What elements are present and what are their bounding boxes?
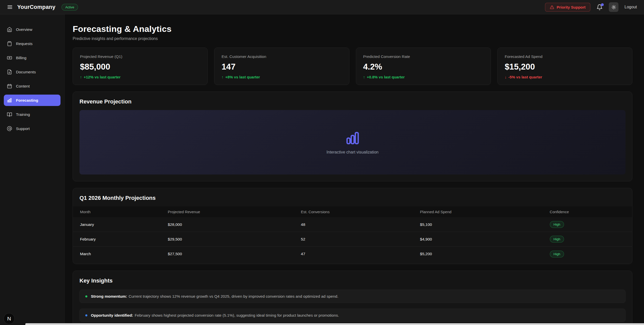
cell-month: February	[73, 237, 161, 242]
dev-tools-badge[interactable]: N	[4, 313, 15, 324]
cell-projected-revenue: $27,500	[161, 252, 294, 256]
bar-chart-large-icon	[345, 130, 360, 146]
home-icon	[7, 27, 12, 32]
stat-label: Predicted Conversion Rate	[363, 54, 484, 59]
bar-chart-icon	[7, 98, 12, 103]
cell-planned-ad-spend: $5,200	[413, 252, 542, 256]
priority-support-label: Priority Support	[557, 5, 586, 9]
horizontal-scrollbar[interactable]	[25, 323, 644, 325]
sidebar-item-training[interactable]: Training	[4, 109, 61, 120]
sidebar-item-label: Billing	[16, 56, 26, 60]
clipboard-icon	[7, 41, 12, 46]
file-text-icon	[7, 69, 12, 75]
arrow-up-icon: ↑	[222, 75, 224, 79]
sidebar-item-billing[interactable]: Billing	[4, 52, 61, 63]
notification-dot	[601, 3, 604, 6]
column-header-planned-ad-spend: Planned Ad Spend	[413, 210, 542, 214]
cell-est-conversions: 48	[294, 222, 413, 227]
sidebar-item-label: Requests	[16, 41, 32, 46]
stat-value: $85,000	[80, 62, 200, 72]
main-content: Forecasting & Analytics Predictive insig…	[65, 14, 644, 325]
table-header-row: Month Projected Revenue Est. Conversions…	[73, 206, 632, 217]
stat-value: 147	[222, 62, 342, 72]
sidebar-item-documents[interactable]: Documents	[4, 66, 61, 78]
arrow-up-icon: ↑	[363, 75, 365, 79]
page-subtitle: Predictive insights and performance proj…	[73, 36, 632, 41]
app-header: YourCompany Active Priority Support Logo…	[0, 0, 644, 14]
sidebar-item-label: Forecasting	[16, 98, 38, 103]
confidence-badge: High	[550, 236, 564, 243]
column-header-est-conversions: Est. Conversions	[294, 210, 413, 214]
green-dot-icon	[85, 295, 87, 297]
column-header-projected-revenue: Projected Revenue	[161, 210, 294, 214]
notifications-button[interactable]	[596, 4, 603, 10]
cell-month: March	[73, 252, 161, 256]
insight-text: Current trajectory shows 12% revenue gro…	[129, 294, 338, 298]
chart-placeholder: Interactive chart visualization	[79, 110, 626, 175]
cell-projected-revenue: $28,000	[161, 222, 294, 227]
cell-planned-ad-spend: $5,100	[413, 222, 542, 227]
alert-triangle-icon	[550, 5, 554, 9]
arrow-up-icon: ↑	[80, 75, 82, 79]
stat-card-projected-revenue: Projected Revenue (Q1) $85,000 ↑ +12% vs…	[73, 48, 208, 85]
monthly-projections-title: Q1 2026 Monthly Projections	[73, 195, 632, 206]
stats-row: Projected Revenue (Q1) $85,000 ↑ +12% vs…	[73, 48, 632, 85]
column-header-confidence: Confidence	[543, 210, 632, 214]
sidebar-item-content[interactable]: Content	[4, 80, 61, 92]
key-insights-title: Key Insights	[79, 277, 626, 284]
table-row: March $27,500 47 $5,200 High	[73, 247, 632, 261]
stat-label: Est. Customer Acquisition	[222, 54, 342, 59]
theme-toggle-button[interactable]	[609, 2, 618, 12]
sidebar-item-label: Support	[16, 126, 30, 131]
cell-planned-ad-spend: $4,900	[413, 237, 542, 242]
stat-card-ad-spend: Forecasted Ad Spend $15,200 ↓ -5% vs las…	[497, 48, 632, 85]
insight-label: Strong momentum:	[91, 294, 127, 298]
sidebar-item-label: Overview	[16, 27, 32, 32]
confidence-badge: High	[550, 251, 564, 257]
arrow-down-icon: ↓	[505, 75, 507, 79]
stat-card-customer-acquisition: Est. Customer Acquisition 147 ↑ +8% vs l…	[214, 48, 349, 85]
page-title: Forecasting & Analytics	[73, 24, 632, 34]
insight-label: Opportunity identified:	[91, 313, 133, 317]
sidebar-item-label: Training	[16, 112, 30, 117]
sidebar-item-label: Documents	[16, 70, 36, 74]
cell-projected-revenue: $29,500	[161, 237, 294, 242]
sidebar-item-label: Content	[16, 84, 30, 89]
monthly-projections-card: Q1 2026 Monthly Projections Month Projec…	[73, 188, 632, 264]
stat-card-conversion-rate: Predicted Conversion Rate 4.2% ↑ +0.8% v…	[356, 48, 491, 85]
stat-trend: ↑ +0.8% vs last quarter	[363, 75, 484, 79]
logout-button[interactable]: Logout	[625, 5, 637, 9]
at-sign-icon	[7, 126, 12, 131]
revenue-projection-title: Revenue Projection	[79, 98, 626, 105]
sun-icon	[611, 5, 616, 10]
banknote-icon	[7, 55, 12, 60]
stat-trend: ↑ +8% vs last quarter	[222, 75, 342, 79]
stat-value: 4.2%	[363, 62, 484, 72]
key-insights-card: Key Insights Strong momentum:Current tra…	[73, 271, 632, 325]
cell-est-conversions: 52	[294, 237, 413, 242]
sidebar-item-support[interactable]: Support	[4, 123, 61, 134]
priority-support-button[interactable]: Priority Support	[545, 3, 590, 12]
blue-dot-icon	[85, 314, 87, 316]
table-row: February $29,500 52 $4,900 High	[73, 232, 632, 247]
insight-item-momentum: Strong momentum:Current trajectory shows…	[79, 290, 626, 303]
cell-month: January	[73, 222, 161, 227]
calendar-icon	[7, 83, 12, 89]
revenue-projection-card: Revenue Projection Interactive chart vis…	[73, 92, 632, 181]
status-badge: Active	[62, 4, 78, 11]
column-header-month: Month	[73, 210, 161, 214]
cell-est-conversions: 47	[294, 252, 413, 256]
stat-trend: ↑ +12% vs last quarter	[80, 75, 200, 79]
stat-value: $15,200	[505, 62, 625, 72]
stat-label: Forecasted Ad Spend	[505, 54, 625, 59]
insight-text: February shows highest projected convers…	[135, 313, 339, 317]
sidebar: Overview Requests Billing Documents Cont…	[0, 14, 65, 325]
sidebar-item-overview[interactable]: Overview	[4, 24, 61, 35]
stat-label: Projected Revenue (Q1)	[80, 54, 200, 59]
menu-button[interactable]	[7, 4, 13, 10]
sidebar-item-requests[interactable]: Requests	[4, 38, 61, 49]
sidebar-item-forecasting[interactable]: Forecasting	[4, 95, 61, 106]
confidence-badge: High	[550, 221, 564, 228]
book-open-icon	[7, 112, 12, 117]
table-row: January $28,000 48 $5,100 High	[73, 217, 632, 232]
